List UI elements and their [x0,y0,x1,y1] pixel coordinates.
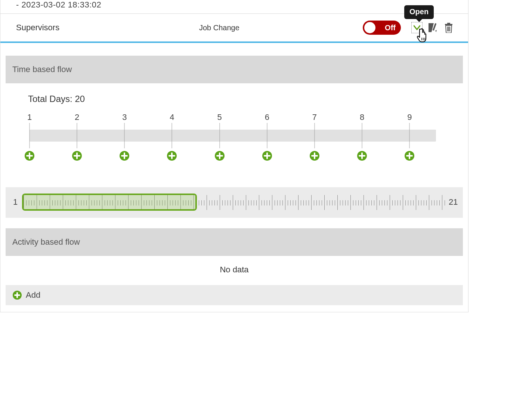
open-tooltip: Open [404,5,434,19]
time-flow-header: Time based flow [6,56,463,83]
svg-rect-6 [447,23,450,24]
add-activity-button[interactable]: Add [6,285,463,305]
timeline-tick [77,123,77,148]
edit-icon [428,22,439,33]
row-name: Supervisors [16,23,199,33]
timeline-add-day-button[interactable] [72,151,82,161]
ruler-track[interactable] [24,195,445,210]
toggle-knob [364,22,375,33]
plus-circle-icon [72,151,82,161]
toggle-label: Off [385,24,396,32]
timeline-day-label: 3 [122,112,127,122]
timeline-day-label: 6 [265,112,269,122]
edit-button[interactable] [428,22,439,33]
timeline-day-label: 2 [75,112,79,122]
timeline-add-day-button[interactable] [262,151,272,161]
time-based-flow-panel: Time based flow Total Days: 20 123456789… [6,56,463,218]
timeline-day-label: 5 [217,112,222,122]
timeline-tick [219,123,220,148]
svg-rect-27 [264,155,270,157]
timeline-add-day-button[interactable] [357,151,367,161]
timeline-tick [409,123,410,148]
open-button[interactable]: Open [411,22,423,33]
svg-rect-21 [168,155,175,157]
plus-circle-icon [357,151,367,161]
add-activity-label: Add [26,290,40,300]
plus-circle-icon [214,151,225,161]
plus-circle-icon [12,290,22,300]
plus-circle-icon [167,151,177,161]
svg-rect-12 [26,155,33,157]
trash-icon [444,22,453,33]
timeline-add-day-button[interactable] [309,151,320,161]
timeline-tick [314,123,315,148]
plus-circle-icon [24,151,35,161]
svg-rect-30 [311,155,318,157]
timeline-tick [172,123,172,148]
svg-rect-5 [445,24,452,25]
timeline-add-day-button[interactable] [404,151,415,161]
row-type: Job Change [199,24,319,32]
timeline-tick [362,123,362,148]
svg-rect-33 [359,155,365,157]
plus-circle-icon [404,151,415,161]
delete-button[interactable] [444,22,453,33]
ruler-slider[interactable]: 1 21 [6,187,463,218]
chevron-down-icon [414,25,420,31]
timeline-add-day-button[interactable] [214,151,225,161]
svg-marker-4 [435,30,437,32]
toggle-off[interactable]: Off [363,21,401,35]
activity-flow-empty: No data [6,256,463,284]
timeline-add-day-button[interactable] [24,151,35,161]
ruler-end-label: 21 [449,197,458,207]
timeline-day-label: 7 [312,112,317,122]
plus-circle-icon [119,151,130,161]
svg-rect-36 [406,155,413,157]
timeline-day-label: 8 [360,112,364,122]
plus-circle-icon [309,151,320,161]
timeline-add-day-button[interactable] [167,151,177,161]
prev-row-timestamp: - 2023-03-02 18:33:02 [0,0,468,13]
timeline-bar [30,130,436,142]
activity-flow-header: Activity based flow [6,228,463,256]
svg-rect-18 [121,155,128,157]
svg-rect-24 [216,155,223,157]
plus-circle-icon [262,151,272,161]
activity-based-flow-panel: Activity based flow No data Add [6,228,463,305]
day-timeline: 123456789 [30,112,436,161]
timeline-day-label: 4 [170,112,174,122]
timeline-tick [124,123,125,148]
timeline-add-day-button[interactable] [119,151,130,161]
svg-rect-15 [74,155,80,157]
ruler-range-handle[interactable] [22,194,197,211]
timeline-day-label: 9 [407,112,412,122]
timeline-day-label: 1 [27,112,32,122]
timeline-tick [267,123,267,148]
timeline-tick [30,123,30,148]
svg-rect-39 [14,294,20,296]
flow-row-supervisors: Supervisors Job Change Off Open [0,13,468,41]
ruler-start-label: 1 [11,197,20,207]
total-days-label: Total Days: 20 [28,94,449,104]
